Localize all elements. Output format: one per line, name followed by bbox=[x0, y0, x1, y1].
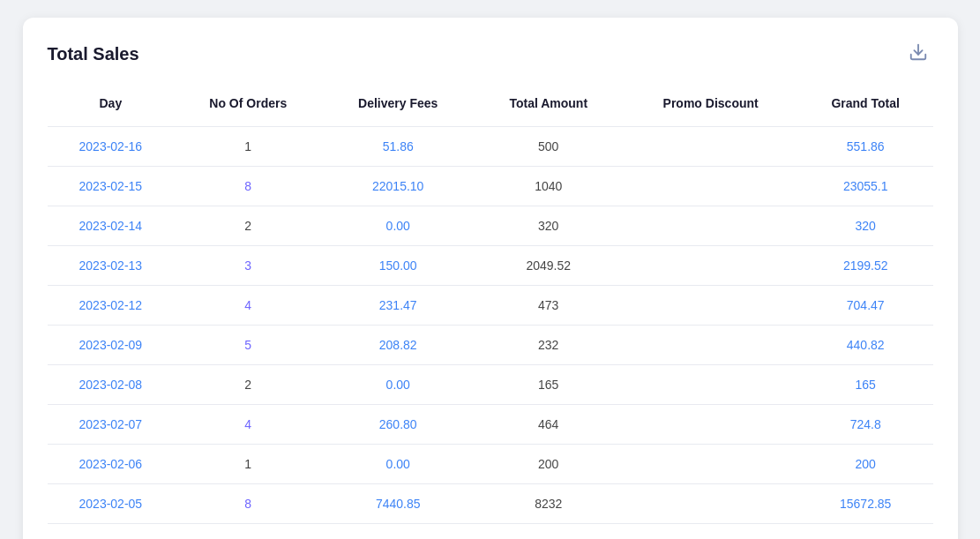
cell-grand-total[interactable]: 724.8 bbox=[798, 405, 933, 445]
table-header-row: Day No Of Orders Delivery Fees Total Amo… bbox=[48, 87, 933, 127]
cell-day[interactable]: 2023-02-08 bbox=[48, 365, 175, 405]
cell-total-amount: 2049.52 bbox=[474, 246, 623, 286]
page-title: Total Sales bbox=[48, 44, 139, 64]
cell-grand-total[interactable]: 15672.85 bbox=[798, 484, 933, 524]
cell-total-amount: 500 bbox=[474, 127, 623, 167]
cell-total-amount: 165 bbox=[474, 365, 623, 405]
cell-day[interactable]: 2023-02-15 bbox=[48, 167, 175, 206]
table-row: 2023-02-16151.86500551.86 bbox=[48, 127, 933, 167]
download-icon bbox=[909, 42, 928, 62]
cell-day[interactable]: 2023-02-05 bbox=[48, 484, 175, 524]
cell-orders: 1 bbox=[174, 445, 322, 484]
cell-orders: 1 bbox=[174, 127, 322, 167]
cell-orders: 4 bbox=[174, 286, 322, 326]
cell-day[interactable]: 2023-02-16 bbox=[48, 127, 175, 167]
table-row: 2023-02-0820.00165165 bbox=[48, 365, 933, 405]
cell-grand-total[interactable]: 440.82 bbox=[798, 326, 933, 365]
table-row: 2023-02-1420.00320320 bbox=[48, 206, 933, 246]
cell-orders: 3 bbox=[174, 246, 322, 286]
cell-grand-total[interactable]: 200 bbox=[798, 445, 933, 484]
cell-day[interactable]: 2023-02-12 bbox=[48, 286, 175, 326]
cell-promo-discount bbox=[623, 167, 798, 206]
cell-orders: 4 bbox=[174, 405, 322, 445]
cell-orders: 8 bbox=[174, 167, 322, 206]
cell-delivery-fees[interactable]: 150.00 bbox=[322, 246, 474, 286]
cell-promo-discount bbox=[623, 365, 798, 405]
cell-delivery-fees[interactable]: 231.47 bbox=[322, 286, 474, 326]
cell-total-amount: 320 bbox=[474, 206, 623, 246]
cell-day[interactable]: 2023-02-06 bbox=[48, 445, 175, 484]
cell-delivery-fees[interactable]: 0.00 bbox=[322, 365, 474, 405]
cell-total-amount: 200 bbox=[474, 445, 623, 484]
cell-delivery-fees[interactable]: 22015.10 bbox=[322, 167, 474, 206]
sales-table: Day No Of Orders Delivery Fees Total Amo… bbox=[48, 87, 933, 524]
cell-grand-total[interactable]: 23055.1 bbox=[798, 167, 933, 206]
cell-grand-total[interactable]: 2199.52 bbox=[798, 246, 933, 286]
download-button[interactable] bbox=[903, 39, 933, 70]
cell-orders: 5 bbox=[174, 326, 322, 365]
cell-delivery-fees[interactable]: 51.86 bbox=[322, 127, 474, 167]
cell-orders: 2 bbox=[174, 206, 322, 246]
table-row: 2023-02-0587440.85823215672.85 bbox=[48, 484, 933, 524]
cell-grand-total[interactable]: 320 bbox=[798, 206, 933, 246]
cell-day[interactable]: 2023-02-13 bbox=[48, 246, 175, 286]
cell-day[interactable]: 2023-02-07 bbox=[48, 405, 175, 445]
col-header-promo-discount: Promo Discount bbox=[623, 87, 798, 127]
table-row: 2023-02-095208.82232440.82 bbox=[48, 326, 933, 365]
table-row: 2023-02-124231.47473704.47 bbox=[48, 286, 933, 326]
cell-orders: 8 bbox=[174, 484, 322, 524]
cell-promo-discount bbox=[623, 286, 798, 326]
cell-total-amount: 232 bbox=[474, 326, 623, 365]
table-row: 2023-02-15822015.10104023055.1 bbox=[48, 167, 933, 206]
cell-promo-discount bbox=[623, 445, 798, 484]
header: Total Sales bbox=[48, 39, 933, 70]
col-header-grand-total: Grand Total bbox=[798, 87, 933, 127]
cell-promo-discount bbox=[623, 405, 798, 445]
cell-total-amount: 1040 bbox=[474, 167, 623, 206]
main-container: Total Sales Day No Of Orders Delivery Fe… bbox=[23, 18, 958, 539]
table-row: 2023-02-0610.00200200 bbox=[48, 445, 933, 484]
col-header-total-amount: Total Amount bbox=[474, 87, 623, 127]
col-header-delivery-fees: Delivery Fees bbox=[322, 87, 474, 127]
cell-delivery-fees[interactable]: 260.80 bbox=[322, 405, 474, 445]
cell-delivery-fees[interactable]: 0.00 bbox=[322, 445, 474, 484]
col-header-orders: No Of Orders bbox=[174, 87, 322, 127]
cell-grand-total[interactable]: 704.47 bbox=[798, 286, 933, 326]
cell-delivery-fees[interactable]: 208.82 bbox=[322, 326, 474, 365]
cell-promo-discount bbox=[623, 206, 798, 246]
cell-delivery-fees[interactable]: 7440.85 bbox=[322, 484, 474, 524]
cell-grand-total[interactable]: 165 bbox=[798, 365, 933, 405]
table-row: 2023-02-133150.002049.522199.52 bbox=[48, 246, 933, 286]
cell-promo-discount bbox=[623, 127, 798, 167]
table-row: 2023-02-074260.80464724.8 bbox=[48, 405, 933, 445]
cell-grand-total[interactable]: 551.86 bbox=[798, 127, 933, 167]
cell-orders: 2 bbox=[174, 365, 322, 405]
cell-promo-discount bbox=[623, 326, 798, 365]
cell-day[interactable]: 2023-02-09 bbox=[48, 326, 175, 365]
cell-total-amount: 8232 bbox=[474, 484, 623, 524]
cell-promo-discount bbox=[623, 246, 798, 286]
cell-promo-discount bbox=[623, 484, 798, 524]
col-header-day: Day bbox=[48, 87, 175, 127]
cell-total-amount: 473 bbox=[474, 286, 623, 326]
cell-delivery-fees[interactable]: 0.00 bbox=[322, 206, 474, 246]
cell-day[interactable]: 2023-02-14 bbox=[48, 206, 175, 246]
cell-total-amount: 464 bbox=[474, 405, 623, 445]
